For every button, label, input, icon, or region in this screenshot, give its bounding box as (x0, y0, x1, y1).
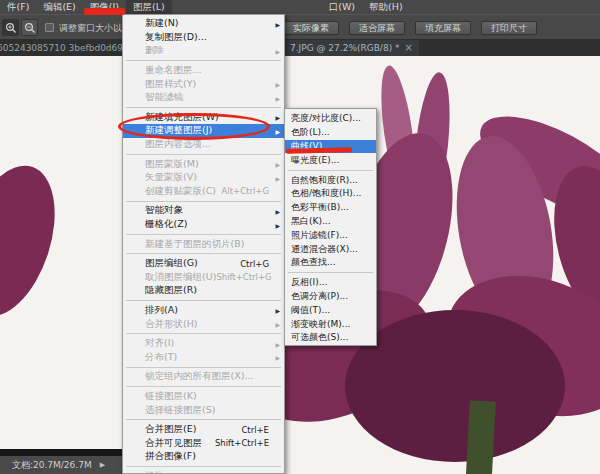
menubar-item[interactable]: 帮助(H) (362, 0, 410, 14)
menu-item-label: 色阶(L)... (291, 126, 330, 139)
document-tab-bar: 605243085710 3befbd0d698.jpg @ 7.JPG @ 2… (0, 40, 600, 56)
adjustment-layer-submenu: 亮度/对比度(C)... 色阶(L)... 曲线(V)... 曝光度(E)...… (284, 108, 377, 346)
menu-item-shortcut: Shift+Ctrl+E (215, 438, 279, 448)
menu-item-label: 渐变映射(M)... (291, 318, 350, 331)
menubar-item[interactable]: 图层(L) (126, 0, 172, 14)
menu-item-label: 新建基于图层的切片(B) (145, 238, 244, 251)
document-size-info: 文档:20.7M/26.7M (12, 459, 92, 472)
menu-item[interactable]: 新建(N) ▶ (123, 17, 284, 31)
menu-separator (288, 170, 373, 171)
menu-item[interactable]: 阈值(T)... (285, 303, 376, 317)
menu-item[interactable]: 新建填充图层(W) ▶ (123, 111, 284, 125)
view-button[interactable]: 实际像素 (283, 21, 339, 35)
menubar-item-label: 图像(I) (90, 1, 119, 12)
submenu-arrow-icon: ▶ (275, 307, 280, 314)
menu-item[interactable]: 智能对象 ▶ (123, 204, 284, 218)
photoshop-window: 件(F)编辑(E)图像(I)图层(L)口(W)帮助(H) 调整窗口 (0, 0, 600, 474)
menu-separator (126, 419, 281, 420)
menu-separator (126, 107, 281, 108)
options-bar: 调整窗口大小以满屏显示 实际像素适合屏幕填充屏幕打印尺寸 (0, 14, 600, 40)
menu-item: 智能滤镜 ▶ (123, 91, 284, 105)
menubar-item[interactable]: 件(F) (0, 0, 36, 14)
menu-item[interactable]: 颜色查找... (285, 256, 376, 270)
resize-window-checkbox[interactable] (45, 23, 54, 32)
menu-item[interactable]: 复制图层(D)... (123, 31, 284, 45)
menu-item[interactable]: 曲线(V)... (285, 140, 376, 154)
menu-item[interactable]: 排列(A) ▶ (123, 304, 284, 318)
menubar-item-label: 口(W) (329, 1, 355, 12)
menu-item-label: 隐藏图层(R) (145, 284, 197, 297)
menu-item[interactable]: 反相(I)... (285, 276, 376, 290)
view-button[interactable]: 适合屏幕 (349, 21, 405, 35)
menu-item[interactable]: 通道混合器(X)... (285, 242, 376, 256)
menu-item[interactable]: 色相/饱和度(H)... (285, 187, 376, 201)
menu-item-label: 锁定组内的所有图层(X)... (145, 370, 253, 383)
menu-item-label: 反相(I)... (291, 276, 327, 289)
menu-item: 矢量蒙版(V) ▶ (123, 171, 284, 185)
menu-item: 合并形状(H) ▶ (123, 317, 284, 331)
view-button[interactable]: 打印尺寸 (481, 21, 537, 35)
menu-item[interactable]: 图层编组(G) Ctrl+G (123, 257, 284, 271)
menu-item[interactable]: 曝光度(E)... (285, 153, 376, 167)
menu-item-label: 创建剪贴蒙版(C) (145, 185, 216, 198)
status-popup-arrow-icon[interactable]: ▶ (100, 461, 105, 469)
document-tab-title: 7.JPG @ 27.2%(RGB/8) * (290, 40, 400, 56)
canvas-bottom-edge (0, 449, 122, 456)
menu-item: 重命名图层... (123, 64, 284, 78)
menu-item-label: 黑白(K)... (291, 215, 331, 228)
menu-item[interactable]: 隐藏图层(R) (123, 284, 284, 298)
menubar-item[interactable]: 口(W) (322, 0, 362, 14)
menu-item-label: 照片滤镜(F)... (291, 229, 348, 242)
menu-item-label: 取消图层编组(U) (145, 271, 216, 284)
menu-item-label: 色彩平衡(B)... (291, 201, 349, 214)
menu-item: 锁定组内的所有图层(X)... (123, 370, 284, 384)
zoom-in-button[interactable] (2, 19, 19, 36)
menu-item[interactable]: 可选颜色(S)... (285, 331, 376, 345)
menu-item[interactable]: 自然饱和度(R)... (285, 173, 376, 187)
menu-item[interactable]: 新建调整图层(J) ▶ (123, 124, 284, 138)
menu-item: 取消图层编组(U) Shift+Ctrl+G (123, 271, 284, 285)
menu-item: 修边 ▶ (123, 470, 284, 474)
menu-separator (126, 333, 281, 334)
menu-item[interactable]: 黑白(K)... (285, 215, 376, 229)
document-tab-active[interactable]: 7.JPG @ 27.2%(RGB/8) * × (284, 40, 419, 56)
view-button-label: 打印尺寸 (491, 23, 527, 33)
submenu-arrow-icon: ▶ (275, 47, 280, 54)
menu-item-label: 合并形状(H) (145, 318, 198, 331)
menubar-item[interactable]: 编辑(E) (36, 0, 82, 14)
menu-item-label: 合并图层(E) (145, 423, 196, 436)
view-button-label: 填充屏幕 (425, 23, 461, 33)
menu-item: 删除 ▶ (123, 44, 284, 58)
menu-item[interactable]: 拼合图像(F) (123, 450, 284, 464)
menu-item-label: 复制图层(D)... (145, 31, 207, 44)
menu-item-shortcut: Alt+Ctrl+G (222, 186, 279, 196)
menu-item[interactable]: 亮度/对比度(C)... (285, 112, 376, 126)
close-icon[interactable]: × (405, 40, 413, 56)
view-buttons: 实际像素适合屏幕填充屏幕打印尺寸 (283, 21, 537, 35)
menu-item: 对齐(I) ▶ (123, 337, 284, 351)
menu-item[interactable]: 合并可见图层 Shift+Ctrl+E (123, 436, 284, 450)
menubar-item-label: 件(F) (7, 1, 29, 12)
menubar-item-label: 帮助(H) (369, 1, 403, 12)
menu-item[interactable]: 渐变映射(M)... (285, 317, 376, 331)
submenu-arrow-icon: ▶ (275, 174, 280, 181)
menu-item-label: 排列(A) (145, 304, 178, 317)
menu-item-label: 曲线(V)... (291, 140, 331, 153)
menu-item-label: 图层内容选项... (145, 138, 211, 151)
menu-item[interactable]: 色阶(L)... (285, 126, 376, 140)
menu-item-label: 分布(T) (145, 351, 177, 364)
menu-item-label: 智能滤镜 (145, 91, 183, 104)
menu-separator (126, 386, 281, 387)
menubar-item-label: 图层(L) (133, 1, 165, 12)
menu-item-label: 合并可见图层 (145, 437, 202, 450)
menu-item[interactable]: 色调分离(P)... (285, 290, 376, 304)
menu-item-label: 图层样式(Y) (145, 78, 196, 91)
menu-item-label: 删除 (145, 44, 164, 57)
menu-item[interactable]: 照片滤镜(F)... (285, 228, 376, 242)
zoom-out-button[interactable] (21, 19, 38, 36)
menu-item[interactable]: 合并图层(E) Ctrl+E (123, 423, 284, 437)
view-button[interactable]: 填充屏幕 (415, 21, 471, 35)
menu-item[interactable]: 色彩平衡(B)... (285, 201, 376, 215)
menu-item[interactable]: 栅格化(Z) ▶ (123, 218, 284, 232)
menubar-item[interactable]: 图像(I) (83, 0, 126, 14)
